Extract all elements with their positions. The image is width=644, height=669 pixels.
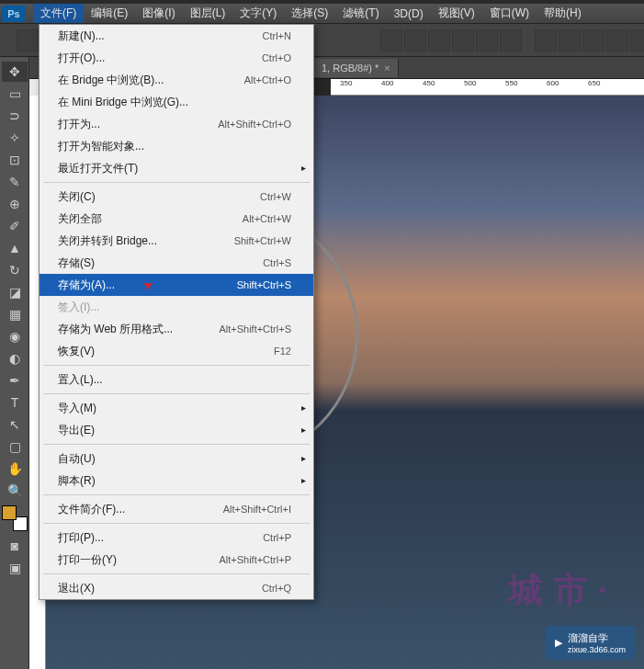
menu-edit[interactable]: 编辑(E) xyxy=(84,4,135,23)
menu-view[interactable]: 视图(V) xyxy=(431,4,482,23)
menu-new[interactable]: 新建(N)...Ctrl+N xyxy=(40,25,313,47)
file-dropdown-menu: 新建(N)...Ctrl+N 打开(O)...Ctrl+O 在 Bridge 中… xyxy=(39,24,314,600)
history-brush-tool[interactable]: ↻ xyxy=(2,260,28,280)
menu-print[interactable]: 打印(P)...Ctrl+P xyxy=(40,527,313,549)
shape-tool[interactable]: ▢ xyxy=(2,437,28,457)
lasso-tool[interactable]: ⊃ xyxy=(2,106,28,126)
close-icon[interactable]: × xyxy=(384,62,390,74)
align-btn[interactable] xyxy=(500,29,522,51)
ruler-horizontal: 350 400 450 500 550 600 650 xyxy=(331,79,644,96)
annotation-arrow-icon: ➤ xyxy=(140,275,156,294)
menu-open-as[interactable]: 打开为...Alt+Shift+Ctrl+O xyxy=(40,113,313,135)
distribute-btn[interactable] xyxy=(606,29,628,51)
screenmode-tool[interactable]: ▣ xyxy=(2,558,28,578)
quickmask-tool[interactable]: ◙ xyxy=(2,536,28,556)
menu-scripts[interactable]: 脚本(R)▸ xyxy=(40,470,313,492)
document-tab[interactable]: 1, RGB/8#) * × xyxy=(314,59,399,77)
distribute-btn[interactable] xyxy=(559,29,581,51)
menu-help[interactable]: 帮助(H) xyxy=(537,4,589,23)
menu-close-all[interactable]: 关闭全部Alt+Ctrl+W xyxy=(40,208,313,230)
menu-import[interactable]: 导入(M)▸ xyxy=(40,397,313,419)
distribute-btn[interactable] xyxy=(582,29,604,51)
menu-type[interactable]: 文字(Y) xyxy=(232,4,284,23)
menu-bar: Ps 文件(F) 编辑(E) 图像(I) 图层(L) 文字(Y) 选择(S) 滤… xyxy=(0,4,644,24)
menu-export[interactable]: 导出(E)▸ xyxy=(40,419,313,441)
menu-close[interactable]: 关闭(C)Ctrl+W xyxy=(40,186,313,208)
align-btn[interactable] xyxy=(380,29,402,51)
menu-exit[interactable]: 退出(X)Ctrl+Q xyxy=(40,577,313,599)
stamp-tool[interactable]: ▲ xyxy=(2,238,28,258)
overlay-text: 城 市 · xyxy=(508,567,607,614)
blur-tool[interactable]: ◉ xyxy=(2,326,28,346)
eraser-tool[interactable]: ◪ xyxy=(2,282,28,302)
align-btn[interactable] xyxy=(404,29,426,51)
align-btn[interactable] xyxy=(476,29,498,51)
brush-tool[interactable]: ✐ xyxy=(2,216,28,236)
eyedropper-tool[interactable]: ✎ xyxy=(2,172,28,192)
toolbox: ✥ ▭ ⊃ ✧ ⊡ ✎ ⊕ ✐ ▲ ↻ ◪ ▦ ◉ ◐ ✒ T ↖ ▢ ✋ 🔍 … xyxy=(0,57,29,669)
marquee-tool[interactable]: ▭ xyxy=(2,84,28,104)
menu-print-one[interactable]: 打印一份(Y)Alt+Shift+Ctrl+P xyxy=(40,549,313,571)
opt-btn[interactable] xyxy=(17,29,39,51)
menu-open[interactable]: 打开(O)...Ctrl+O xyxy=(40,47,313,69)
type-tool[interactable]: T xyxy=(2,392,28,413)
pen-tool[interactable]: ✒ xyxy=(2,370,28,391)
chevron-right-icon: ▸ xyxy=(301,450,306,467)
menu-close-goto-bridge[interactable]: 关闭并转到 Bridge...Shift+Ctrl+W xyxy=(40,230,313,252)
menu-image[interactable]: 图像(I) xyxy=(135,4,182,23)
tab-label: 1, RGB/8#) * xyxy=(322,62,378,74)
align-btn[interactable] xyxy=(452,29,474,51)
menu-layer[interactable]: 图层(L) xyxy=(183,4,233,23)
menu-filter[interactable]: 滤镜(T) xyxy=(335,4,386,23)
chevron-right-icon: ▸ xyxy=(301,472,306,489)
hand-tool[interactable]: ✋ xyxy=(2,459,28,479)
menu-save-as[interactable]: 存储为(A)...Shift+Ctrl+S➤ xyxy=(40,274,313,296)
menu-file-info[interactable]: 文件简介(F)...Alt+Shift+Ctrl+I xyxy=(40,498,313,520)
menu-3d[interactable]: 3D(D) xyxy=(387,6,431,22)
crop-tool[interactable]: ⊡ xyxy=(2,150,28,170)
path-tool[interactable]: ↖ xyxy=(2,414,28,435)
wand-tool[interactable]: ✧ xyxy=(2,128,28,148)
menu-browse-mini-bridge[interactable]: 在 Mini Bridge 中浏览(G)... xyxy=(40,91,313,113)
menu-save[interactable]: 存储(S)Ctrl+S xyxy=(40,252,313,274)
distribute-btn[interactable] xyxy=(535,29,557,51)
menu-revert[interactable]: 恢复(V)F12 xyxy=(40,340,313,362)
dodge-tool[interactable]: ◐ xyxy=(2,348,28,369)
chevron-right-icon: ▸ xyxy=(301,160,306,176)
heal-tool[interactable]: ⊕ xyxy=(2,194,28,214)
gradient-tool[interactable]: ▦ xyxy=(2,304,28,324)
align-btn[interactable] xyxy=(428,29,450,51)
chevron-right-icon: ▸ xyxy=(301,422,306,438)
zoom-tool[interactable]: 🔍 xyxy=(2,481,28,501)
move-tool[interactable]: ✥ xyxy=(2,62,28,82)
color-swatches[interactable] xyxy=(2,505,28,531)
watermark: ▶ 溜溜自学 zixue.3d66.com xyxy=(546,626,635,660)
menu-recent-files[interactable]: 最近打开文件(T)▸ xyxy=(40,157,313,179)
menu-save-web[interactable]: 存储为 Web 所用格式...Alt+Shift+Ctrl+S xyxy=(40,318,313,340)
foreground-color[interactable] xyxy=(2,505,17,520)
menu-checkin: 签入(I)... xyxy=(40,296,313,318)
menu-browse-bridge[interactable]: 在 Bridge 中浏览(B)...Alt+Ctrl+O xyxy=(40,69,313,91)
menu-select[interactable]: 选择(S) xyxy=(284,4,335,23)
menu-file[interactable]: 文件(F) xyxy=(33,4,84,23)
chevron-right-icon: ▸ xyxy=(301,400,306,416)
menu-place[interactable]: 置入(L)... xyxy=(40,369,313,391)
menu-window[interactable]: 窗口(W) xyxy=(482,4,537,23)
menu-open-smart[interactable]: 打开为智能对象... xyxy=(40,135,313,157)
ps-logo-icon: Ps xyxy=(2,6,26,22)
menu-automate[interactable]: 自动(U)▸ xyxy=(40,448,313,470)
distribute-btn[interactable] xyxy=(630,29,644,51)
